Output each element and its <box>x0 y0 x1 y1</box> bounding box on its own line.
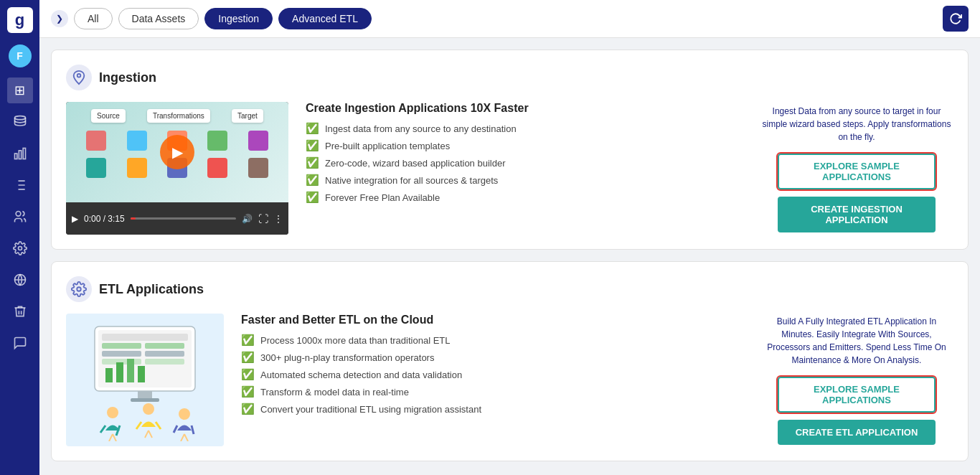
trash-icon[interactable] <box>7 298 33 324</box>
create-etl-button[interactable]: CREATE ETL APPLICATION <box>778 420 936 445</box>
ingestion-features-title: Create Ingestion Applications 10X Faster <box>306 102 743 115</box>
svg-line-33 <box>149 431 152 438</box>
ingestion-card: Ingestion Source Transformations Target <box>51 50 969 250</box>
fullscreen-icon[interactable]: ⛶ <box>258 213 268 225</box>
ingestion-icon <box>66 65 92 90</box>
video-time: 0:00 / 3:15 <box>84 214 125 224</box>
ingestion-cta-desc: Ingest Data from any source to target in… <box>760 105 953 144</box>
database-icon[interactable] <box>7 109 33 135</box>
svg-rect-14 <box>102 351 141 357</box>
video-progress[interactable] <box>131 217 236 220</box>
chart-icon[interactable] <box>7 141 33 166</box>
refresh-button[interactable] <box>943 6 969 32</box>
more-icon[interactable]: ⋮ <box>274 214 283 224</box>
etl-feature-text-5: Convert your traditional ETL using migra… <box>260 404 481 415</box>
etl-card: ETL Applications <box>51 261 969 461</box>
svg-point-7 <box>77 74 81 77</box>
etl-check-icon-1: ✅ <box>241 334 255 347</box>
content-area: Ingestion Source Transformations Target <box>39 38 980 475</box>
svg-line-32 <box>145 431 149 438</box>
svg-rect-15 <box>145 351 184 357</box>
svg-rect-12 <box>102 343 141 349</box>
etl-features: Faster and Better ETL on the Cloud ✅ Pro… <box>241 314 743 446</box>
feature-item-4: ✅ Native integration for all sources & t… <box>306 174 743 187</box>
svg-rect-13 <box>145 343 184 349</box>
etl-illustration <box>66 314 224 446</box>
ingestion-card-body: Source Transformations Target <box>66 102 953 235</box>
svg-rect-23 <box>131 398 159 402</box>
play-icon[interactable]: ▶ <box>72 214 78 224</box>
etl-feature-item-3: ✅ Automated schema detection and data va… <box>241 368 743 381</box>
svg-point-4 <box>16 212 21 217</box>
etl-feature-text-2: 300+ plug-n-play transformation operator… <box>260 352 434 363</box>
tab-ingestion[interactable]: Ingestion <box>204 8 273 29</box>
svg-line-37 <box>181 434 184 441</box>
grid-icon[interactable]: ⊞ <box>7 77 33 103</box>
ingestion-video[interactable]: Source Transformations Target <box>66 102 288 235</box>
check-icon-1: ✅ <box>306 122 319 135</box>
ingestion-features: Create Ingestion Applications 10X Faster… <box>306 102 743 235</box>
ingestion-title: Ingestion <box>99 70 156 85</box>
svg-rect-22 <box>138 391 152 398</box>
svg-point-34 <box>179 408 190 420</box>
volume-icon[interactable]: 🔊 <box>242 214 253 224</box>
etl-icon <box>66 276 92 302</box>
etl-check-icon-5: ✅ <box>241 403 255 415</box>
app-logo[interactable]: g <box>7 7 33 33</box>
svg-point-8 <box>77 287 81 291</box>
feature-text-4: Native integration for all sources & tar… <box>325 175 498 186</box>
svg-line-25 <box>100 425 105 433</box>
globe-icon[interactable] <box>7 267 33 293</box>
check-icon-3: ✅ <box>306 156 319 169</box>
tab-data-assets[interactable]: Data Assets <box>118 8 199 29</box>
svg-rect-11 <box>102 334 188 341</box>
video-icons: Source Transformations Target <box>66 109 288 123</box>
svg-point-29 <box>143 403 154 415</box>
etl-feature-item-1: ✅ Process 1000x more data than tradition… <box>241 334 743 347</box>
transform-label: Transformations <box>147 109 210 123</box>
etl-check-icon-4: ✅ <box>241 385 255 398</box>
target-label: Target <box>232 109 263 123</box>
chat-icon[interactable] <box>7 330 33 356</box>
svg-rect-21 <box>138 366 145 382</box>
svg-line-38 <box>184 434 188 441</box>
tab-all[interactable]: All <box>74 8 113 29</box>
feature-text-2: Pre-built application templates <box>325 141 450 151</box>
feature-item-5: ✅ Forever Free Plan Available <box>306 191 743 204</box>
users-icon[interactable] <box>7 204 33 230</box>
video-play-button[interactable]: ▶ <box>160 135 194 169</box>
explore-etl-button[interactable]: EXPLORE SAMPLE APPLICATIONS <box>778 377 936 413</box>
video-inner: Source Transformations Target <box>66 102 288 202</box>
tab-advanced-etl[interactable]: Advanced ETL <box>278 8 372 29</box>
svg-point-0 <box>14 116 25 120</box>
collapse-button[interactable]: ❯ <box>51 10 68 27</box>
feature-text-3: Zero-code, wizard based application buil… <box>325 158 505 169</box>
check-icon-5: ✅ <box>306 191 319 204</box>
svg-line-30 <box>136 422 141 429</box>
svg-rect-19 <box>116 362 123 382</box>
etl-svg <box>73 319 217 441</box>
svg-rect-3 <box>23 149 25 159</box>
sidebar: g F ⊞ <box>0 0 39 475</box>
list-icon[interactable] <box>7 172 33 198</box>
svg-rect-1 <box>14 154 17 159</box>
etl-feature-text-1: Process 1000x more data than traditional… <box>260 335 450 346</box>
etl-card-body: Faster and Better ETL on the Cloud ✅ Pro… <box>66 314 953 446</box>
feature-text-1: Ingest data from any source to any desti… <box>325 123 517 134</box>
etl-title: ETL Applications <box>99 282 204 297</box>
etl-feature-text-4: Transform & model data in real-time <box>260 387 409 398</box>
svg-rect-20 <box>127 359 134 382</box>
etl-check-icon-2: ✅ <box>241 351 255 364</box>
avatar[interactable]: F <box>9 44 32 67</box>
svg-point-5 <box>18 247 22 250</box>
etl-cta-desc: Build A Fully Integrated ETL Application… <box>760 315 953 367</box>
explore-ingestion-button[interactable]: EXPLORE SAMPLE APPLICATIONS <box>778 154 936 189</box>
create-ingestion-button[interactable]: CREATE INGESTION APPLICATION <box>778 197 936 232</box>
ingestion-card-header: Ingestion <box>66 65 953 90</box>
feature-item-2: ✅ Pre-built application templates <box>306 139 743 152</box>
etl-check-icon-3: ✅ <box>241 368 255 381</box>
svg-line-35 <box>174 425 177 433</box>
settings-icon[interactable] <box>7 235 33 261</box>
etl-card-header: ETL Applications <box>66 276 953 302</box>
etl-feature-item-4: ✅ Transform & model data in real-time <box>241 385 743 398</box>
